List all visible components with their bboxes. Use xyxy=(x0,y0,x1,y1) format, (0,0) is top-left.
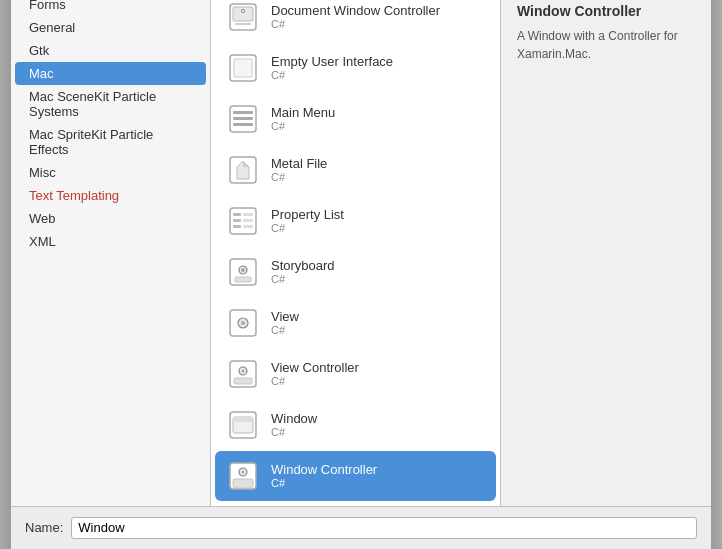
main-menu-name: Main Menu xyxy=(271,105,335,120)
file-item-empty-ui[interactable]: Empty User Interface C# xyxy=(215,43,496,93)
doc-window-ctrl-sub: C# xyxy=(271,18,440,30)
content-area: Forms General Gtk Mac Mac SceneKit Parti… xyxy=(11,0,711,506)
metal-file-icon xyxy=(225,152,261,188)
doc-window-ctrl-info: Document Window Controller C# xyxy=(271,3,440,30)
metal-file-name: Metal File xyxy=(271,156,327,171)
window-icon xyxy=(225,407,261,443)
window-controller-name: Window Controller xyxy=(271,462,377,477)
sidebar-item-web[interactable]: Web xyxy=(15,207,206,230)
empty-ui-icon xyxy=(225,50,261,86)
window-controller-sub: C# xyxy=(271,477,377,489)
empty-ui-info: Empty User Interface C# xyxy=(271,54,393,81)
sidebar-item-gtk[interactable]: Gtk xyxy=(15,39,206,62)
svg-rect-17 xyxy=(233,219,241,222)
file-item-window-controller[interactable]: Window Controller C# xyxy=(215,451,496,501)
svg-rect-34 xyxy=(233,417,253,422)
file-item-view-controller[interactable]: View Controller C# xyxy=(215,349,496,399)
svg-rect-9 xyxy=(233,117,253,120)
storyboard-icon xyxy=(225,254,261,290)
view-icon xyxy=(225,305,261,341)
window-name: Window xyxy=(271,411,317,426)
sidebar-item-mac-scenekit[interactable]: Mac SceneKit Particle Systems xyxy=(15,85,206,123)
name-bar: Name: xyxy=(11,506,711,549)
svg-point-23 xyxy=(241,268,245,272)
file-list: Document Window Controller C# Empty User… xyxy=(211,0,501,506)
storyboard-info: Storyboard C# xyxy=(271,258,335,285)
view-sub: C# xyxy=(271,324,299,336)
sidebar-item-xml[interactable]: XML xyxy=(15,230,206,253)
window-info: Window C# xyxy=(271,411,317,438)
sidebar-item-forms[interactable]: Forms xyxy=(15,0,206,16)
sidebar: Forms General Gtk Mac Mac SceneKit Parti… xyxy=(11,0,211,506)
svg-point-37 xyxy=(242,470,245,473)
sidebar-item-general[interactable]: General xyxy=(15,16,206,39)
svg-rect-31 xyxy=(234,378,252,384)
window-controller-info: Window Controller C# xyxy=(271,462,377,489)
svg-rect-10 xyxy=(233,123,253,126)
view-controller-sub: C# xyxy=(271,375,359,387)
sidebar-item-text-templating[interactable]: Text Templating xyxy=(15,184,206,207)
view-controller-icon xyxy=(225,356,261,392)
main-menu-sub: C# xyxy=(271,120,335,132)
svg-rect-18 xyxy=(243,219,253,222)
file-item-main-menu[interactable]: Main Menu C# xyxy=(215,94,496,144)
svg-point-30 xyxy=(242,369,245,372)
storyboard-name: Storyboard xyxy=(271,258,335,273)
view-info: View C# xyxy=(271,309,299,336)
view-controller-info: View Controller C# xyxy=(271,360,359,387)
svg-rect-8 xyxy=(233,111,253,114)
detail-description: A Window with a Controller for Xamarin.M… xyxy=(517,27,695,63)
doc-window-ctrl-icon xyxy=(225,0,261,35)
svg-rect-20 xyxy=(243,225,253,228)
sidebar-item-misc[interactable]: Misc xyxy=(15,161,206,184)
property-list-name: Property List xyxy=(271,207,344,222)
file-item-property-list[interactable]: Property List C# xyxy=(215,196,496,246)
file-item-doc-window-ctrl[interactable]: Document Window Controller C# xyxy=(215,0,496,42)
detail-title: Window Controller xyxy=(517,3,695,19)
empty-ui-sub: C# xyxy=(271,69,393,81)
storyboard-sub: C# xyxy=(271,273,335,285)
metal-file-sub: C# xyxy=(271,171,327,183)
new-file-dialog: New File Forms General Gtk Mac Mac Scene… xyxy=(11,0,711,549)
svg-point-3 xyxy=(242,10,244,12)
name-label: Name: xyxy=(25,520,63,535)
property-list-icon xyxy=(225,203,261,239)
main-menu-icon xyxy=(225,101,261,137)
file-item-storyboard[interactable]: Storyboard C# xyxy=(215,247,496,297)
window-sub: C# xyxy=(271,426,317,438)
view-name: View xyxy=(271,309,299,324)
name-input[interactable] xyxy=(71,517,697,539)
view-controller-name: View Controller xyxy=(271,360,359,375)
file-item-view[interactable]: View C# xyxy=(215,298,496,348)
main-menu-info: Main Menu C# xyxy=(271,105,335,132)
sidebar-item-mac[interactable]: Mac xyxy=(15,62,206,85)
svg-rect-6 xyxy=(234,59,252,77)
svg-point-27 xyxy=(241,321,245,325)
doc-window-ctrl-name: Document Window Controller xyxy=(271,3,440,18)
property-list-info: Property List C# xyxy=(271,207,344,234)
property-list-sub: C# xyxy=(271,222,344,234)
svg-rect-16 xyxy=(243,213,253,216)
file-item-window[interactable]: Window C# xyxy=(215,400,496,450)
svg-rect-15 xyxy=(233,213,241,216)
svg-rect-24 xyxy=(235,277,251,282)
window-controller-icon xyxy=(225,458,261,494)
file-item-metal-file[interactable]: Metal File C# xyxy=(215,145,496,195)
svg-rect-38 xyxy=(233,479,253,488)
empty-ui-name: Empty User Interface xyxy=(271,54,393,69)
detail-panel: Window Controller A Window with a Contro… xyxy=(501,0,711,506)
svg-rect-19 xyxy=(233,225,241,228)
svg-rect-4 xyxy=(235,23,251,25)
metal-file-info: Metal File C# xyxy=(271,156,327,183)
sidebar-item-mac-spritekit[interactable]: Mac SpriteKit Particle Effects xyxy=(15,123,206,161)
